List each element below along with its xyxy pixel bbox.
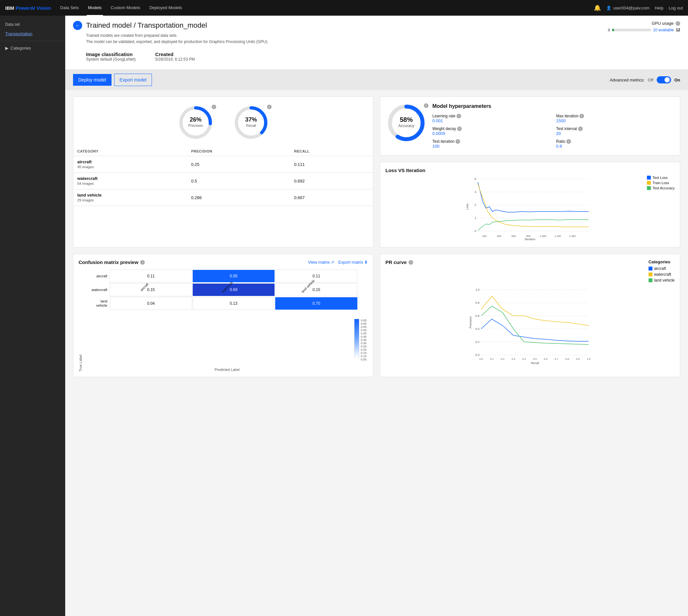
confusion-matrix-grid: aircraft 0.11 0.56 0.11 watercraft 0.15 … [86, 269, 368, 372]
hyperparam-test-interval: Test interval i 20 [556, 127, 674, 136]
svg-text:Precision: Precision [188, 124, 203, 128]
brand-logo: IBM PowerAI Vision [5, 5, 51, 11]
gpu-info-icon[interactable]: i [675, 21, 680, 26]
hp-mi-info[interactable]: i [579, 114, 584, 118]
gpu-label: GPU usage [652, 21, 674, 26]
colorbar-wrapper: 0.650.600.550.500.45 0.400.350.300.250.2… [354, 319, 368, 358]
page-title: Trained model / Transportation_model [86, 21, 207, 30]
confusion-col-labels: aircraft watercraft land vehicle [86, 312, 368, 316]
nav-right: 🔔 👤 user004@paiv.com Help Log out [594, 4, 683, 12]
recall-gauge: i 37% Recall [233, 105, 269, 141]
cat-recall: 0.692 [290, 173, 373, 189]
hp-lr-info[interactable]: i [456, 114, 461, 118]
hp-tit-value: 100 [432, 144, 550, 149]
svg-text:0.0: 0.0 [475, 353, 480, 356]
pr-chart-svg: 1.0 0.8 0.6 0.4 0.2 0.0 Precision 0.0 0.… [385, 286, 675, 365]
model-type-label: Image classification [86, 51, 136, 57]
accuracy-info-icon[interactable]: i [424, 103, 428, 108]
svg-text:200: 200 [482, 235, 487, 238]
help-link[interactable]: Help [655, 5, 664, 10]
main-layout: Data set Transportation ▶ Categories ← T… [0, 16, 688, 616]
pr-legend: aircraft watercraft land vehicle [648, 266, 675, 283]
hp-wd-label: Weight decay i [432, 127, 550, 131]
user-avatar-icon: 👤 [606, 5, 611, 10]
nav-links: Data Sets Models Custom Models Deployed … [59, 0, 586, 16]
precision-recall-card: i 26% Precision i [73, 96, 373, 247]
right-column: i 58% Accuracy Model hyperparameters [380, 96, 680, 247]
confusion-title: Confusion matrix preview [79, 260, 138, 265]
page-header: ← Trained model / Transportation_model T… [65, 16, 688, 70]
precision-svg: 26% Precision [178, 105, 214, 140]
confusion-info-icon[interactable]: i [140, 260, 145, 265]
export-matrix-link[interactable]: Export matrix ⬇ [338, 260, 368, 265]
nav-models[interactable]: Models [87, 0, 103, 16]
recall-svg: 37% Recall [233, 105, 269, 140]
svg-text:800: 800 [526, 235, 531, 238]
model-info: Image classification System default (Goo… [73, 49, 680, 66]
svg-text:Accuracy: Accuracy [398, 124, 414, 128]
advanced-metrics-toggle: Advanced metrics: Off On [610, 76, 680, 84]
hp-tit-info[interactable]: i [455, 139, 460, 144]
user-menu[interactable]: 👤 user004@paiv.com [606, 5, 649, 10]
chevron-right-icon: ▶ [5, 46, 8, 50]
legend-test-accuracy-color [647, 186, 651, 190]
svg-text:0.2: 0.2 [475, 340, 480, 344]
confusion-actions: View matrix ↗ Export matrix ⬇ [308, 260, 368, 265]
svg-text:Recall: Recall [246, 124, 256, 128]
subtitle-line1: Trained models are created from prepared… [86, 33, 177, 38]
svg-text:0.5: 0.5 [533, 357, 537, 360]
subtitle-line2: The model can be validated, exported, an… [86, 40, 268, 44]
advanced-metrics-label: Advanced metrics: [610, 78, 645, 83]
svg-text:0.1: 0.1 [490, 357, 494, 360]
col-precision: PRECISION [187, 147, 290, 156]
gpu-max: 12 [676, 28, 680, 32]
svg-text:37%: 37% [245, 116, 257, 123]
nav-datasets[interactable]: Data Sets [59, 0, 80, 16]
export-model-button[interactable]: Export model [114, 74, 152, 86]
advanced-metrics-switch[interactable] [657, 76, 671, 84]
table-row: land vehicle29 images 0.286 0.667 [73, 189, 373, 206]
notification-icon[interactable]: 🔔 [594, 4, 601, 12]
pr-watercraft-color [648, 272, 652, 277]
cat-recall: 0.111 [290, 156, 373, 173]
gpu-bar [612, 29, 651, 31]
logout-link[interactable]: Log out [669, 5, 683, 10]
deploy-model-button[interactable]: Deploy model [73, 74, 111, 86]
svg-text:6: 6 [474, 177, 476, 180]
conf-row-label-landvehicle: landvehicle [86, 299, 109, 308]
svg-text:0.8: 0.8 [565, 357, 569, 360]
category-table: CATEGORY PRECISION RECALL aircraft45 ima… [73, 147, 373, 206]
col-category: CATEGORY [73, 147, 187, 156]
precision-info-icon[interactable]: i [212, 105, 216, 109]
nav-custom-models[interactable]: Custom Models [110, 0, 142, 16]
loss-chart-card: Loss VS Iteration Test Loss Train Loss [380, 162, 680, 247]
recall-info-icon[interactable]: i [267, 105, 272, 109]
page-subtitle: Trained models are created from prepared… [86, 32, 268, 45]
gpu-available[interactable]: 10 available [653, 28, 674, 32]
col-recall: RECALL [290, 147, 373, 156]
pr-title: PR curve [385, 260, 407, 265]
hp-wd-info[interactable]: i [457, 127, 462, 131]
hp-tit-label: Test iteration i [432, 139, 550, 144]
sidebar-item-transportation[interactable]: Transportation [0, 28, 65, 40]
conf-cell-1-0: 0.15 [110, 283, 192, 296]
svg-text:1: 1 [474, 216, 476, 220]
back-button[interactable]: ← [73, 21, 82, 30]
confusion-colorscale [360, 283, 368, 296]
pr-header: PR curve i Categories aircraft [385, 260, 675, 283]
hp-lr-label: Learning rate i [432, 114, 550, 118]
sidebar-categories[interactable]: ▶ Categories [0, 42, 65, 54]
legend-test-accuracy: Test Accuracy [647, 186, 675, 190]
hp-ti-info[interactable]: i [578, 127, 583, 131]
hyperparam-weight-decay: Weight decay i 0.0005 [432, 127, 550, 136]
svg-text:0.2: 0.2 [501, 357, 505, 360]
pr-info-icon[interactable]: i [409, 260, 413, 265]
svg-text:1,000: 1,000 [540, 235, 546, 238]
cat-name: land vehicle29 images [73, 189, 187, 206]
svg-text:2: 2 [474, 203, 476, 207]
pr-categories-section: Categories aircraft watercraft [648, 260, 675, 283]
hp-r-info[interactable]: i [566, 139, 571, 144]
nav-deployed-models[interactable]: Deployed Models [148, 0, 183, 16]
hp-ti-label: Test interval i [556, 127, 674, 131]
hp-lr-value: 0.001 [432, 118, 550, 123]
